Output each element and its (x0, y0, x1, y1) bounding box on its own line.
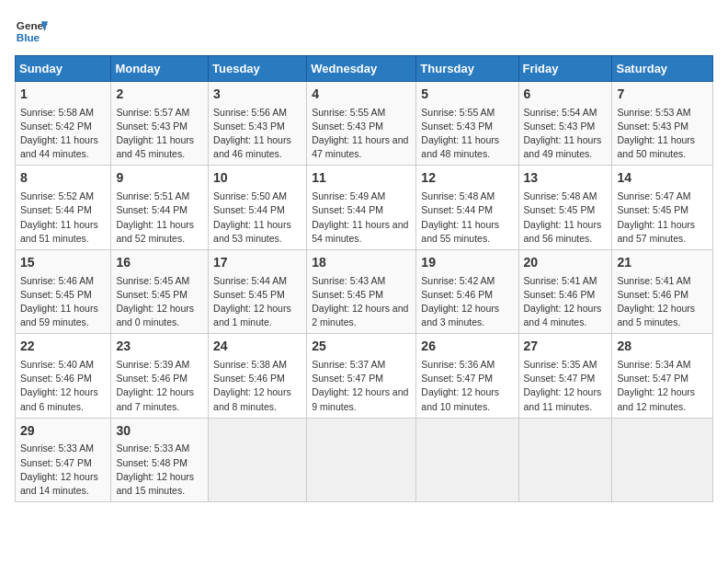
calendar-cell: 9 Sunrise: 5:51 AMSunset: 5:44 PMDayligh… (111, 166, 209, 249)
day-info: Sunrise: 5:45 AMSunset: 5:45 PMDaylight:… (116, 274, 203, 330)
day-number: 15 (20, 254, 106, 272)
calendar-cell: 4 Sunrise: 5:55 AMSunset: 5:43 PMDayligh… (307, 82, 416, 166)
calendar-cell: 10 Sunrise: 5:50 AMSunset: 5:44 PMDaylig… (209, 166, 307, 249)
day-info: Sunrise: 5:41 AMSunset: 5:46 PMDaylight:… (524, 274, 608, 330)
calendar-cell: 28 Sunrise: 5:34 AMSunset: 5:47 PMDaylig… (612, 334, 713, 418)
calendar-cell (612, 418, 713, 501)
logo-icon: General Blue (15, 15, 48, 48)
week-row-4: 22 Sunrise: 5:40 AMSunset: 5:46 PMDaylig… (16, 334, 713, 418)
day-number: 30 (116, 422, 203, 441)
calendar-cell: 27 Sunrise: 5:35 AMSunset: 5:47 PMDaylig… (518, 334, 612, 418)
day-number: 29 (20, 422, 106, 441)
calendar-cell: 29 Sunrise: 5:33 AMSunset: 5:47 PMDaylig… (16, 418, 111, 501)
day-info: Sunrise: 5:52 AMSunset: 5:44 PMDaylight:… (20, 190, 106, 246)
day-info: Sunrise: 5:33 AMSunset: 5:48 PMDaylight:… (116, 442, 203, 498)
calendar-cell: 13 Sunrise: 5:48 AMSunset: 5:45 PMDaylig… (518, 166, 612, 249)
day-number: 21 (617, 254, 708, 272)
day-info: Sunrise: 5:53 AMSunset: 5:43 PMDaylight:… (617, 106, 708, 162)
day-number: 20 (524, 254, 608, 272)
day-number: 16 (116, 254, 203, 272)
day-number: 11 (312, 169, 411, 188)
calendar-cell: 11 Sunrise: 5:49 AMSunset: 5:44 PMDaylig… (307, 166, 416, 249)
day-number: 9 (116, 169, 203, 188)
day-header-friday: Friday (518, 56, 612, 82)
day-number: 10 (213, 169, 301, 188)
day-info: Sunrise: 5:55 AMSunset: 5:43 PMDaylight:… (312, 106, 411, 162)
calendar-cell: 2 Sunrise: 5:57 AMSunset: 5:43 PMDayligh… (111, 82, 209, 166)
day-info: Sunrise: 5:35 AMSunset: 5:47 PMDaylight:… (524, 358, 608, 414)
day-info: Sunrise: 5:57 AMSunset: 5:43 PMDaylight:… (116, 106, 203, 162)
day-header-wednesday: Wednesday (307, 56, 416, 82)
day-number: 23 (116, 338, 203, 356)
day-info: Sunrise: 5:48 AMSunset: 5:45 PMDaylight:… (524, 190, 608, 246)
day-number: 6 (524, 86, 608, 104)
calendar-cell: 21 Sunrise: 5:41 AMSunset: 5:46 PMDaylig… (612, 249, 713, 333)
calendar-cell (209, 418, 307, 501)
calendar-cell (416, 418, 518, 501)
day-number: 2 (116, 86, 203, 104)
day-header-saturday: Saturday (612, 56, 713, 82)
day-info: Sunrise: 5:41 AMSunset: 5:46 PMDaylight:… (617, 274, 708, 330)
calendar-cell: 15 Sunrise: 5:46 AMSunset: 5:45 PMDaylig… (16, 249, 111, 333)
calendar-cell: 8 Sunrise: 5:52 AMSunset: 5:44 PMDayligh… (16, 166, 111, 249)
day-number: 22 (20, 338, 106, 356)
day-number: 26 (421, 338, 513, 356)
day-info: Sunrise: 5:40 AMSunset: 5:46 PMDaylight:… (20, 358, 106, 414)
day-info: Sunrise: 5:44 AMSunset: 5:45 PMDaylight:… (213, 274, 301, 330)
day-number: 13 (524, 169, 608, 188)
svg-text:Blue: Blue (17, 31, 40, 43)
day-number: 1 (20, 86, 106, 104)
day-header-tuesday: Tuesday (209, 56, 307, 82)
calendar-cell: 17 Sunrise: 5:44 AMSunset: 5:45 PMDaylig… (209, 249, 307, 333)
day-number: 17 (213, 254, 301, 272)
day-info: Sunrise: 5:51 AMSunset: 5:44 PMDaylight:… (116, 190, 203, 246)
day-info: Sunrise: 5:48 AMSunset: 5:44 PMDaylight:… (421, 190, 513, 246)
calendar-cell: 3 Sunrise: 5:56 AMSunset: 5:43 PMDayligh… (209, 82, 307, 166)
day-header-monday: Monday (111, 56, 209, 82)
day-info: Sunrise: 5:43 AMSunset: 5:45 PMDaylight:… (312, 274, 411, 330)
page-header: General Blue (15, 15, 713, 48)
day-number: 27 (524, 338, 608, 356)
day-number: 25 (312, 338, 411, 356)
day-info: Sunrise: 5:47 AMSunset: 5:45 PMDaylight:… (617, 190, 708, 246)
day-info: Sunrise: 5:38 AMSunset: 5:46 PMDaylight:… (213, 358, 301, 414)
day-number: 3 (213, 86, 301, 104)
day-info: Sunrise: 5:46 AMSunset: 5:45 PMDaylight:… (20, 274, 106, 330)
calendar-cell: 22 Sunrise: 5:40 AMSunset: 5:46 PMDaylig… (16, 334, 111, 418)
day-info: Sunrise: 5:49 AMSunset: 5:44 PMDaylight:… (312, 190, 411, 246)
calendar-cell: 18 Sunrise: 5:43 AMSunset: 5:45 PMDaylig… (307, 249, 416, 333)
day-info: Sunrise: 5:39 AMSunset: 5:46 PMDaylight:… (116, 358, 203, 414)
calendar-cell: 1 Sunrise: 5:58 AMSunset: 5:42 PMDayligh… (16, 82, 111, 166)
calendar-cell: 14 Sunrise: 5:47 AMSunset: 5:45 PMDaylig… (612, 166, 713, 249)
week-row-5: 29 Sunrise: 5:33 AMSunset: 5:47 PMDaylig… (16, 418, 713, 501)
day-number: 14 (617, 169, 708, 188)
day-header-sunday: Sunday (16, 56, 111, 82)
day-info: Sunrise: 5:33 AMSunset: 5:47 PMDaylight:… (20, 442, 106, 498)
calendar-cell (307, 418, 416, 501)
logo: General Blue (15, 15, 48, 48)
day-number: 19 (421, 254, 513, 272)
calendar-cell: 25 Sunrise: 5:37 AMSunset: 5:47 PMDaylig… (307, 334, 416, 418)
day-info: Sunrise: 5:54 AMSunset: 5:43 PMDaylight:… (524, 106, 608, 162)
calendar-cell: 20 Sunrise: 5:41 AMSunset: 5:46 PMDaylig… (518, 249, 612, 333)
week-row-2: 8 Sunrise: 5:52 AMSunset: 5:44 PMDayligh… (16, 166, 713, 249)
day-info: Sunrise: 5:55 AMSunset: 5:43 PMDaylight:… (421, 106, 513, 162)
day-number: 4 (312, 86, 411, 104)
day-info: Sunrise: 5:50 AMSunset: 5:44 PMDaylight:… (213, 190, 301, 246)
week-row-3: 15 Sunrise: 5:46 AMSunset: 5:45 PMDaylig… (16, 249, 713, 333)
day-number: 28 (617, 338, 708, 356)
calendar-cell: 19 Sunrise: 5:42 AMSunset: 5:46 PMDaylig… (416, 249, 518, 333)
day-info: Sunrise: 5:36 AMSunset: 5:47 PMDaylight:… (421, 358, 513, 414)
calendar-cell: 12 Sunrise: 5:48 AMSunset: 5:44 PMDaylig… (416, 166, 518, 249)
day-info: Sunrise: 5:34 AMSunset: 5:47 PMDaylight:… (617, 358, 708, 414)
day-number: 5 (421, 86, 513, 104)
calendar-cell: 23 Sunrise: 5:39 AMSunset: 5:46 PMDaylig… (111, 334, 209, 418)
day-number: 7 (617, 86, 708, 104)
calendar-cell: 5 Sunrise: 5:55 AMSunset: 5:43 PMDayligh… (416, 82, 518, 166)
calendar-cell: 16 Sunrise: 5:45 AMSunset: 5:45 PMDaylig… (111, 249, 209, 333)
calendar-cell: 6 Sunrise: 5:54 AMSunset: 5:43 PMDayligh… (518, 82, 612, 166)
day-info: Sunrise: 5:58 AMSunset: 5:42 PMDaylight:… (20, 106, 106, 162)
day-header-thursday: Thursday (416, 56, 518, 82)
calendar-cell: 7 Sunrise: 5:53 AMSunset: 5:43 PMDayligh… (612, 82, 713, 166)
day-info: Sunrise: 5:37 AMSunset: 5:47 PMDaylight:… (312, 358, 411, 414)
